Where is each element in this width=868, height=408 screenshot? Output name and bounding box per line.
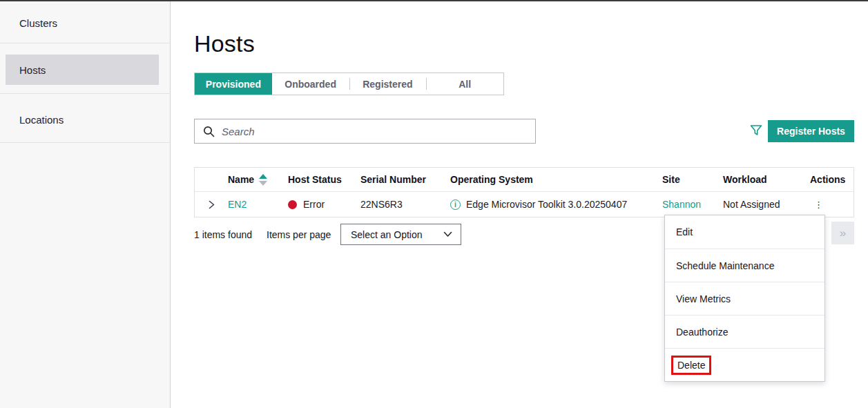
- search-icon: [203, 126, 215, 137]
- sidebar-item-label: Clusters: [19, 17, 57, 29]
- column-header-serial-number: Serial Number: [360, 174, 450, 185]
- filter-icon[interactable]: [749, 124, 764, 139]
- column-header-operating-system: Operating System: [450, 174, 661, 185]
- menu-item-view-metrics[interactable]: View Metrics: [665, 282, 824, 315]
- items-per-page-label: Items per page: [267, 229, 331, 240]
- operating-system-cell: i Edge Microvisor Toolkit 3.0.20250407: [450, 199, 661, 210]
- sort-toggle[interactable]: [259, 174, 267, 186]
- menu-item-deauthorize[interactable]: Deauthorize: [665, 315, 824, 348]
- sidebar-item-label: Hosts: [19, 64, 46, 76]
- menu-item-edit[interactable]: Edit: [665, 215, 824, 249]
- search-input[interactable]: [222, 126, 527, 137]
- sidebar-divider: [0, 43, 171, 43]
- items-per-page-select[interactable]: Select an Option: [340, 224, 461, 245]
- table-header-row: Name Host Status Serial Number Operating…: [195, 168, 853, 192]
- workload-cell: Not Assigned: [722, 199, 806, 210]
- menu-item-schedule-maintenance[interactable]: Schedule Maintenance: [665, 249, 824, 282]
- hosts-table: Name Host Status Serial Number Operating…: [194, 167, 854, 217]
- app-window: Clusters Hosts Locations Hosts Provision…: [0, 0, 868, 408]
- sidebar-item-label: Locations: [19, 114, 64, 126]
- column-header-workload: Workload: [722, 174, 806, 185]
- sidebar-divider: [0, 93, 171, 94]
- column-header-name: Name: [228, 174, 284, 186]
- host-status-cell: Error: [284, 199, 360, 210]
- delete-annotation-box: Delete: [671, 356, 711, 375]
- tab-registered[interactable]: Registered: [349, 73, 427, 95]
- host-status-text: Error: [303, 199, 325, 210]
- column-header-actions: Actions: [806, 174, 853, 185]
- column-header-site: Site: [661, 174, 722, 185]
- column-header-host-status: Host Status: [284, 174, 360, 185]
- page-title: Hosts: [194, 30, 255, 57]
- tab-provisioned[interactable]: Provisioned: [195, 73, 272, 95]
- site-link[interactable]: Shannon: [662, 199, 701, 210]
- operating-system-text: Edge Microvisor Toolkit 3.0.20250407: [466, 199, 627, 210]
- search-box: [194, 119, 536, 144]
- row-actions-context-menu: Edit Schedule Maintenance View Metrics D…: [664, 215, 825, 382]
- error-status-icon: [288, 200, 297, 209]
- menu-item-delete[interactable]: Delete: [665, 348, 824, 381]
- row-expand-button[interactable]: [195, 200, 228, 209]
- items-found-text: 1 items found: [194, 229, 252, 240]
- chevron-right-icon: [208, 200, 215, 209]
- tab-all[interactable]: All: [426, 73, 503, 95]
- sidebar: Clusters Hosts Locations: [0, 1, 171, 408]
- register-hosts-button[interactable]: Register Hosts: [768, 120, 854, 142]
- select-value: Select an Option: [351, 229, 443, 240]
- serial-number-cell: 22NS6R3: [360, 199, 450, 210]
- info-icon[interactable]: i: [450, 200, 461, 210]
- next-page-button[interactable]: »: [831, 222, 854, 244]
- sidebar-item-hosts[interactable]: Hosts: [6, 55, 159, 85]
- sidebar-item-clusters[interactable]: Clusters: [0, 3, 171, 43]
- row-actions-kebab-icon[interactable]: ⋮: [810, 200, 827, 209]
- host-state-tabs: Provisioned Onboarded Registered All: [194, 72, 504, 95]
- table-row: EN2 Error 22NS6R3 i Edge Microvisor Tool…: [195, 192, 853, 217]
- sidebar-item-locations[interactable]: Locations: [0, 99, 171, 139]
- host-name-link[interactable]: EN2: [228, 199, 247, 210]
- sidebar-divider: [0, 142, 171, 143]
- sort-asc-icon: [259, 174, 267, 179]
- sort-desc-icon: [259, 181, 267, 186]
- chevron-down-icon: [443, 231, 452, 237]
- tab-onboarded[interactable]: Onboarded: [272, 73, 349, 95]
